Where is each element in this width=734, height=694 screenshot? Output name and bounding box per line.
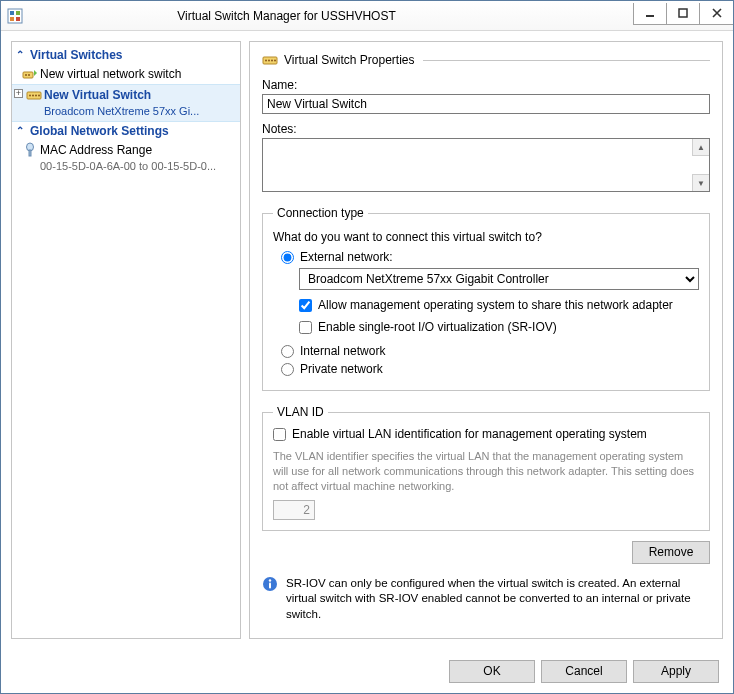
virtual-switch-manager-window: Virtual Switch Manager for USSHVHOST ⌃ V… bbox=[0, 0, 734, 694]
maximize-button[interactable] bbox=[666, 3, 700, 25]
info-icon bbox=[262, 576, 278, 592]
svg-point-19 bbox=[268, 60, 270, 62]
notes-textarea[interactable]: ▲ ▼ bbox=[262, 138, 710, 192]
sriov-label: Enable single-root I/O virtualization (S… bbox=[318, 320, 557, 334]
tree-item-label: New virtual network switch bbox=[40, 67, 181, 81]
svg-point-14 bbox=[38, 95, 40, 97]
svg-rect-6 bbox=[679, 9, 687, 17]
remove-button[interactable]: Remove bbox=[632, 541, 710, 564]
name-label: Name: bbox=[262, 78, 710, 92]
radio-internal-input[interactable] bbox=[281, 345, 294, 358]
mac-icon bbox=[22, 142, 38, 158]
minimize-button[interactable] bbox=[633, 3, 667, 25]
tree-item-new-virtual-switch[interactable]: + New Virtual Switch Broadcom NetXtreme … bbox=[12, 84, 240, 122]
radio-internal-label: Internal network bbox=[300, 344, 385, 358]
tree-item-label: New Virtual Switch bbox=[44, 88, 151, 102]
svg-rect-4 bbox=[16, 17, 20, 21]
svg-point-23 bbox=[269, 579, 271, 581]
name-input[interactable] bbox=[262, 94, 710, 114]
svg-point-20 bbox=[271, 60, 273, 62]
vlan-enable-label: Enable virtual LAN identification for ma… bbox=[292, 427, 647, 441]
sriov-checkbox[interactable] bbox=[299, 321, 312, 334]
connection-question: What do you want to connect this virtual… bbox=[273, 230, 699, 244]
svg-point-21 bbox=[274, 60, 276, 62]
svg-point-12 bbox=[32, 95, 34, 97]
svg-rect-5 bbox=[646, 15, 654, 17]
svg-point-11 bbox=[29, 95, 31, 97]
window-buttons bbox=[634, 3, 733, 25]
notes-label: Notes: bbox=[262, 122, 710, 136]
vlan-legend: VLAN ID bbox=[273, 405, 328, 419]
tree-header-label: Global Network Settings bbox=[30, 124, 169, 138]
switch-icon bbox=[26, 87, 42, 103]
sriov-info: SR-IOV can only be configured when the v… bbox=[262, 576, 710, 623]
tree-header-virtual-switches[interactable]: ⌃ Virtual Switches bbox=[12, 46, 240, 64]
radio-external[interactable]: External network: bbox=[281, 250, 699, 264]
titlebar: Virtual Switch Manager for USSHVHOST bbox=[1, 1, 733, 31]
apply-button[interactable]: Apply bbox=[633, 660, 719, 683]
vlan-enable-row[interactable]: Enable virtual LAN identification for ma… bbox=[273, 427, 699, 441]
sriov-info-text: SR-IOV can only be configured when the v… bbox=[286, 576, 710, 623]
svg-rect-3 bbox=[10, 17, 14, 21]
radio-private[interactable]: Private network bbox=[281, 362, 699, 376]
svg-rect-24 bbox=[269, 582, 271, 588]
app-icon bbox=[7, 8, 23, 24]
tree-item-mac-range[interactable]: MAC Address Range 00-15-5D-0A-6A-00 to 0… bbox=[12, 140, 240, 176]
vlan-help-text: The VLAN identifier specifies the virtua… bbox=[273, 449, 699, 494]
svg-point-8 bbox=[25, 74, 27, 76]
cancel-button[interactable]: Cancel bbox=[541, 660, 627, 683]
radio-private-label: Private network bbox=[300, 362, 383, 376]
properties-panel: Virtual Switch Properties Name: Notes: ▲… bbox=[249, 41, 723, 639]
properties-section-header: Virtual Switch Properties bbox=[262, 52, 710, 68]
svg-point-13 bbox=[35, 95, 37, 97]
svg-point-9 bbox=[28, 74, 30, 76]
body-area: ⌃ Virtual Switches New virtual network s… bbox=[1, 31, 733, 649]
close-button[interactable] bbox=[699, 3, 733, 25]
tree-item-label: MAC Address Range bbox=[40, 143, 152, 157]
adapter-select[interactable]: Broadcom NetXtreme 57xx Gigabit Controll… bbox=[299, 268, 699, 290]
new-switch-icon bbox=[22, 66, 38, 82]
sriov-row[interactable]: Enable single-root I/O virtualization (S… bbox=[299, 320, 699, 334]
radio-internal[interactable]: Internal network bbox=[281, 344, 699, 358]
window-title: Virtual Switch Manager for USSHVHOST bbox=[0, 9, 634, 23]
svg-rect-2 bbox=[16, 11, 20, 15]
radio-external-input[interactable] bbox=[281, 251, 294, 264]
tree-item-sublabel: 00-15-5D-0A-6A-00 to 00-15-5D-0... bbox=[40, 158, 236, 174]
svg-rect-1 bbox=[10, 11, 14, 15]
connection-type-legend: Connection type bbox=[273, 206, 368, 220]
dialog-footer: OK Cancel Apply bbox=[1, 649, 733, 693]
svg-point-18 bbox=[265, 60, 267, 62]
tree-header-label: Virtual Switches bbox=[30, 48, 122, 62]
tree-item-sublabel: Broadcom NetXtreme 57xx Gi... bbox=[44, 103, 236, 119]
svg-rect-16 bbox=[29, 150, 31, 156]
vlan-enable-checkbox[interactable] bbox=[273, 428, 286, 441]
vlan-group: VLAN ID Enable virtual LAN identificatio… bbox=[262, 405, 710, 531]
switch-icon bbox=[262, 52, 278, 68]
ok-button[interactable]: OK bbox=[449, 660, 535, 683]
left-tree-panel: ⌃ Virtual Switches New virtual network s… bbox=[11, 41, 241, 639]
section-title-text: Virtual Switch Properties bbox=[284, 53, 415, 67]
vlan-id-input bbox=[273, 500, 315, 520]
allow-mgmt-checkbox[interactable] bbox=[299, 299, 312, 312]
scroll-up-button[interactable]: ▲ bbox=[692, 139, 709, 156]
radio-private-input[interactable] bbox=[281, 363, 294, 376]
expand-icon[interactable]: + bbox=[14, 89, 23, 98]
collapse-icon: ⌃ bbox=[16, 50, 24, 60]
scroll-down-button[interactable]: ▼ bbox=[692, 174, 709, 191]
allow-mgmt-row[interactable]: Allow management operating system to sha… bbox=[299, 298, 699, 312]
allow-mgmt-label: Allow management operating system to sha… bbox=[318, 298, 673, 312]
collapse-icon: ⌃ bbox=[16, 126, 24, 136]
radio-external-label: External network: bbox=[300, 250, 393, 264]
divider bbox=[423, 60, 711, 61]
tree-header-global-settings[interactable]: ⌃ Global Network Settings bbox=[12, 122, 240, 140]
tree-item-new-virtual-network-switch[interactable]: New virtual network switch bbox=[12, 64, 240, 84]
connection-type-group: Connection type What do you want to conn… bbox=[262, 206, 710, 391]
